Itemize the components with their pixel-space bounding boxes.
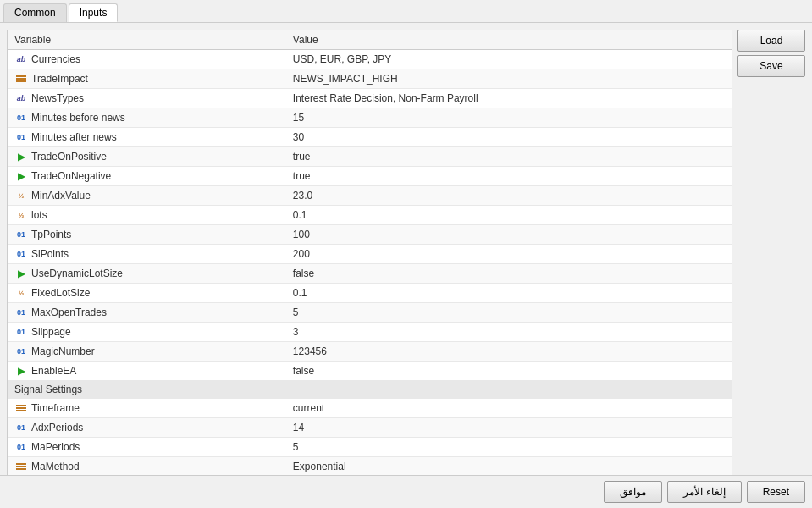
var-name: SlPoints: [31, 248, 69, 260]
var-value: 123456: [286, 342, 732, 362]
var-cell: ½lots: [8, 206, 286, 225]
table-header-row: Variable Value: [8, 30, 732, 50]
table-row: 01SlPoints200: [8, 245, 732, 264]
icon-stacked: [14, 460, 28, 473]
var-name: MaPeriods: [31, 441, 80, 453]
var-name: lots: [31, 209, 47, 221]
icon-01: 01: [14, 306, 28, 319]
var-value: true: [286, 167, 732, 186]
ok-button[interactable]: موافق: [604, 481, 662, 503]
icon-half: ½: [14, 208, 28, 222]
var-value: 14: [286, 418, 732, 438]
var-value: false: [286, 264, 732, 284]
reset-button[interactable]: Reset: [747, 481, 805, 503]
icon-ab: ab: [14, 91, 28, 105]
var-name: MaMethod: [31, 461, 80, 472]
table-row: 01MaxOpenTrades5: [8, 303, 732, 323]
var-name: Slippage: [31, 326, 71, 338]
table-row: 01TpPoints100: [8, 225, 732, 245]
var-name: MagicNumber: [31, 345, 95, 357]
var-cell: TradeImpact: [8, 69, 286, 89]
icon-01: 01: [14, 111, 28, 124]
load-button[interactable]: Load: [737, 30, 805, 52]
var-cell: MaMethod: [8, 457, 286, 477]
table-row: ½MinAdxValue23.0: [8, 186, 732, 206]
icon-arrow: ▶: [14, 267, 28, 280]
var-cell: Timeframe: [8, 399, 286, 418]
var-name: TradeOnPositive: [31, 151, 107, 163]
table-row: 01AdxPeriods14: [8, 418, 732, 438]
icon-half: ½: [14, 286, 28, 300]
var-value: 5: [286, 438, 732, 457]
var-cell: ½FixedLotSize: [8, 284, 286, 303]
var-cell: 01AdxPeriods: [8, 418, 286, 438]
var-value: Exponential: [286, 457, 732, 477]
var-value: 100: [286, 225, 732, 245]
var-name: MaxOpenTrades: [31, 306, 107, 318]
tab-common[interactable]: Common: [3, 3, 67, 22]
table-row: 01Minutes before news15: [8, 108, 732, 128]
icon-stacked: [14, 401, 28, 415]
var-name: TradeOnNegative: [31, 170, 111, 182]
var-value: 23.0: [286, 186, 732, 206]
var-cell: abCurrencies: [8, 50, 286, 69]
var-name: Currencies: [31, 53, 80, 65]
var-cell: ½MinAdxValue: [8, 186, 286, 206]
table-container: Variable Value abCurrenciesUSD, EUR, GBP…: [7, 30, 732, 477]
var-cell: 01SlPoints: [8, 245, 286, 264]
var-value: Interest Rate Decision, Non-Farm Payroll: [286, 89, 732, 108]
tabs-bar: Common Inputs: [0, 0, 812, 23]
var-cell: 01TpPoints: [8, 225, 286, 245]
var-name: TpPoints: [31, 229, 71, 240]
var-name: MinAdxValue: [31, 190, 91, 202]
var-value: 30: [286, 128, 732, 147]
table-row: abCurrenciesUSD, EUR, GBP, JPY: [8, 50, 732, 69]
var-value: 200: [286, 245, 732, 264]
var-name: FixedLotSize: [31, 287, 90, 299]
var-cell: 01MaxOpenTrades: [8, 303, 286, 323]
table-row: Signal Settings: [8, 381, 732, 399]
table-row: ▶TradeOnNegativetrue: [8, 167, 732, 186]
icon-01: 01: [14, 345, 28, 358]
var-cell: ▶EnableEA: [8, 362, 286, 381]
var-name: TradeImpact: [31, 73, 88, 85]
icon-01: 01: [14, 325, 28, 339]
var-name: UseDynamicLotSize: [31, 268, 123, 279]
icon-01: 01: [14, 130, 28, 144]
var-cell: 01Minutes after news: [8, 128, 286, 147]
main-content: Variable Value abCurrenciesUSD, EUR, GBP…: [0, 23, 812, 483]
icon-arrow: ▶: [14, 364, 28, 378]
table-row: ▶TradeOnPositivetrue: [8, 147, 732, 167]
cancel-button[interactable]: إلغاء الأمر: [667, 481, 741, 503]
icon-half: ½: [14, 189, 28, 202]
icon-arrow: ▶: [14, 169, 28, 183]
section-label: Signal Settings: [8, 381, 732, 399]
var-name: Timeframe: [31, 402, 80, 414]
table-row: ½FixedLotSize0.1: [8, 284, 732, 303]
var-value: 0.1: [286, 206, 732, 225]
side-buttons: Load Save: [737, 30, 805, 477]
tab-inputs[interactable]: Inputs: [69, 3, 119, 22]
icon-01: 01: [14, 440, 28, 454]
table-row: 01Minutes after news30: [8, 128, 732, 147]
var-value: 15: [286, 108, 732, 128]
col-value: Value: [286, 30, 732, 50]
var-value: 0.1: [286, 284, 732, 303]
table-row: abNewsTypesInterest Rate Decision, Non-F…: [8, 89, 732, 108]
var-name: NewsTypes: [31, 92, 84, 104]
var-cell: ▶TradeOnPositive: [8, 147, 286, 167]
table-row: 01Slippage3: [8, 323, 732, 342]
save-button[interactable]: Save: [737, 55, 805, 77]
var-name: EnableEA: [31, 365, 76, 377]
var-name: Minutes after news: [31, 131, 117, 143]
var-value: 3: [286, 323, 732, 342]
col-variable: Variable: [8, 30, 286, 50]
var-value: 5: [286, 303, 732, 323]
var-cell: 01MaPeriods: [8, 438, 286, 457]
var-value: NEWS_IMPACT_HIGH: [286, 69, 732, 89]
var-cell: ▶TradeOnNegative: [8, 167, 286, 186]
var-value: false: [286, 362, 732, 381]
var-cell: ▶UseDynamicLotSize: [8, 264, 286, 284]
icon-ab: ab: [14, 52, 28, 66]
icon-01: 01: [14, 228, 28, 241]
